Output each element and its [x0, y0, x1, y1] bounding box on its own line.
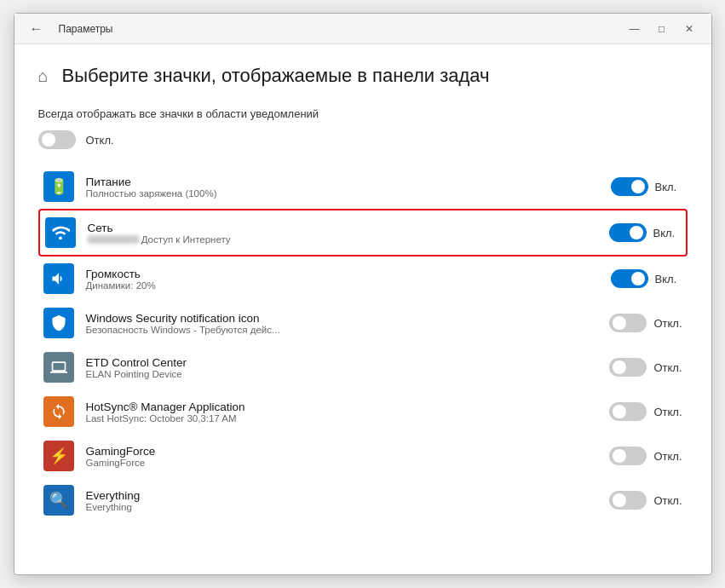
toggle-track: [609, 314, 647, 332]
item-icon-gaming: ⚡: [43, 441, 74, 471]
item-info-etd: ETD Control Center ELAN Pointing Device: [86, 356, 598, 379]
item-status-volume: Вкл.: [655, 273, 682, 285]
item-row-etd: ETD Control Center ELAN Pointing Device …: [38, 345, 688, 389]
item-row-security: Windows Security notification icon Безоп…: [38, 301, 688, 345]
item-name-battery: Питание: [86, 176, 599, 188]
toggle-thumb: [613, 449, 626, 463]
toggle-thumb: [613, 360, 626, 374]
item-row-gaming: ⚡ GamingForce GamingForce Откл.: [38, 434, 688, 478]
item-control-etd: Откл.: [609, 358, 682, 377]
item-desc-etd: ELAN Pointing Device: [86, 369, 598, 379]
toggle-track: [609, 491, 647, 510]
item-control-everything: Откл.: [609, 491, 682, 510]
item-desc-everything: Everything: [86, 502, 598, 512]
item-status-battery: Вкл.: [655, 181, 682, 193]
item-icon-security: [43, 308, 74, 338]
item-name-security: Windows Security notification icon: [86, 312, 598, 325]
toggle-gaming[interactable]: [609, 447, 647, 465]
item-desc-volume: Динамики: 20%: [86, 280, 599, 291]
toggle-track: [611, 269, 648, 288]
item-icon-etd: [43, 352, 74, 383]
back-button[interactable]: ←: [25, 20, 49, 38]
item-row-everything: 🔍 Everything Everything Откл.: [38, 478, 688, 522]
item-control-gaming: Откл.: [609, 447, 682, 465]
item-icon-volume: [43, 263, 74, 294]
item-control-network: Вкл.: [609, 223, 681, 242]
window-title: Параметры: [59, 23, 113, 35]
item-name-everything: Everything: [86, 489, 598, 502]
item-row-volume: Громкость Динамики: 20% Вкл.: [38, 257, 688, 301]
item-control-security: Откл.: [609, 314, 682, 332]
item-icon-everything: 🔍: [43, 485, 74, 516]
item-status-security: Откл.: [653, 317, 682, 330]
global-toggle[interactable]: [38, 130, 76, 149]
title-bar: ← Параметры — □ ✕: [14, 14, 711, 44]
item-row: 🔋 Питание Полностью заряжена (100%) Вкл.: [38, 164, 688, 209]
toggle-track: [609, 223, 647, 242]
item-status-everything: Откл.: [653, 494, 682, 507]
toggle-security[interactable]: [609, 314, 647, 332]
home-icon: ⌂: [38, 66, 49, 86]
minimize-button[interactable]: —: [623, 20, 647, 37]
item-info-security: Windows Security notification icon Безоп…: [86, 312, 598, 335]
item-control-hotsync: Откл.: [609, 402, 682, 421]
toggle-thumb: [613, 493, 626, 507]
content-area: ⌂ Выберите значки, отображаемые в панели…: [14, 44, 711, 574]
toggle-thumb: [42, 133, 55, 147]
toggle-everything[interactable]: [609, 491, 647, 510]
toggle-thumb: [631, 180, 645, 193]
item-info-everything: Everything Everything: [86, 489, 598, 512]
section-label: Всегда отображать все значки в области у…: [38, 107, 688, 120]
toggle-track: [609, 358, 647, 377]
toggle-thumb: [613, 405, 626, 418]
window-controls: — □ ✕: [623, 20, 701, 37]
page-title: Выберите значки, отображаемые в панели з…: [62, 65, 490, 87]
page-header: ⌂ Выберите значки, отображаемые в панели…: [38, 65, 688, 87]
toggle-thumb: [613, 316, 626, 330]
item-info-battery: Питание Полностью заряжена (100%): [86, 176, 599, 199]
item-name-volume: Громкость: [86, 268, 599, 280]
item-row-network: Сеть Доступ к Интернету Вкл.: [38, 209, 688, 257]
svg-point-0: [59, 237, 62, 240]
item-desc-network: Доступ к Интернету: [88, 234, 597, 245]
item-desc-battery: Полностью заряжена (100%): [86, 188, 599, 199]
toggle-track: [609, 447, 647, 465]
item-info-hotsync: HotSync® Manager Application Last HotSyn…: [86, 401, 598, 424]
toggle-etd[interactable]: [609, 358, 647, 377]
item-icon-network: [45, 217, 76, 248]
item-desc-hotsync: Last HotSync: October 30,3:17 AM: [86, 413, 598, 424]
item-status-hotsync: Откл.: [653, 406, 682, 418]
toggle-volume[interactable]: [611, 269, 648, 288]
item-desc-network-text: Доступ к Интернету: [141, 234, 231, 245]
title-bar-left: ← Параметры: [25, 20, 113, 38]
item-name-gaming: GamingForce: [86, 445, 598, 458]
item-info-gaming: GamingForce GamingForce: [86, 445, 598, 468]
toggle-thumb: [630, 226, 643, 239]
settings-window: ← Параметры — □ ✕ ⌂ Выберите значки, ото…: [14, 13, 712, 575]
toggle-track: [611, 177, 648, 196]
item-icon-battery: 🔋: [43, 171, 74, 202]
item-row-hotsync: HotSync® Manager Application Last HotSyn…: [38, 389, 688, 434]
toggle-battery[interactable]: [611, 177, 648, 196]
maximize-button[interactable]: □: [650, 20, 674, 37]
item-status-gaming: Откл.: [653, 450, 682, 463]
item-name-hotsync: HotSync® Manager Application: [86, 401, 598, 413]
toggle-track: [38, 130, 76, 149]
item-status-etd: Откл.: [653, 361, 682, 374]
global-toggle-row: Откл.: [38, 130, 688, 149]
close-button[interactable]: ✕: [677, 20, 701, 37]
global-toggle-label: Откл.: [86, 134, 114, 147]
item-name-etd: ETD Control Center: [86, 356, 598, 369]
item-control-volume: Вкл.: [611, 269, 682, 288]
item-control-battery: Вкл.: [611, 177, 682, 196]
desc-blur: [88, 235, 139, 244]
item-desc-gaming: GamingForce: [86, 458, 598, 468]
toggle-network[interactable]: [609, 223, 647, 242]
item-info-volume: Громкость Динамики: 20%: [86, 268, 599, 291]
item-list: 🔋 Питание Полностью заряжена (100%) Вкл.: [38, 164, 688, 522]
item-icon-hotsync: [43, 396, 74, 427]
item-name-network: Сеть: [88, 222, 597, 234]
toggle-thumb: [631, 272, 645, 285]
toggle-hotsync[interactable]: [609, 402, 647, 421]
item-desc-security: Безопасность Windows - Требуются дейс...: [86, 325, 598, 335]
